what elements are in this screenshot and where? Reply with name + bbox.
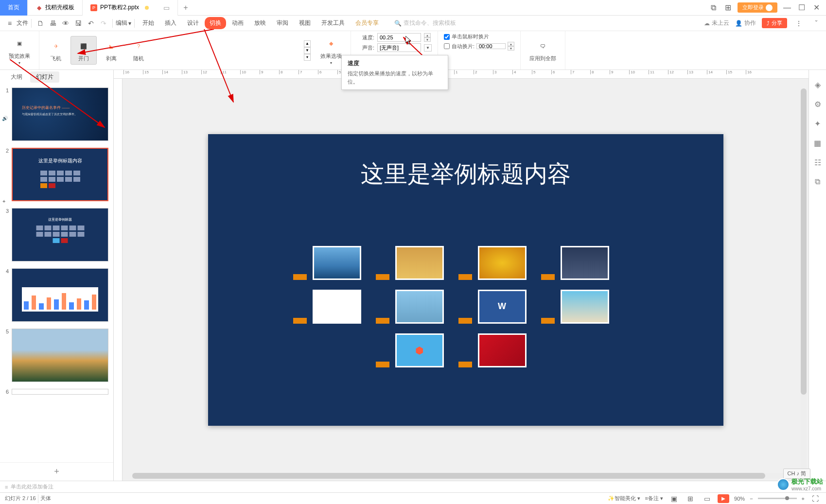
tab-template[interactable]: ◆ 找稻壳模板 [28, 0, 83, 16]
transition-plane[interactable]: ✈ 飞机 [43, 36, 69, 65]
tab-file[interactable]: P PPT教程2.pptx ▭ [83, 0, 178, 16]
collab-button[interactable]: 👤协作 [735, 19, 756, 27]
slide-title[interactable]: 这里是举例标题内容 [361, 158, 571, 190]
sidebar-tab-outline[interactable]: 大纲 [5, 71, 28, 83]
tab-transition[interactable]: 切换 [205, 17, 226, 29]
menu-icon[interactable]: ≡ [4, 17, 16, 29]
gallery-up-icon[interactable]: ▲ [304, 40, 311, 47]
slide-item[interactable] [473, 333, 541, 367]
design-panel-icon[interactable]: ◈ [813, 80, 823, 89]
window-close-icon[interactable]: ✕ [811, 3, 821, 13]
preview-button[interactable]: ▣ 预览效果▾ [4, 34, 35, 67]
tab-animation[interactable]: 动画 [227, 17, 248, 29]
fit-screen-icon[interactable]: ⛶ [809, 493, 821, 504]
speed-input[interactable] [377, 33, 421, 42]
slide-canvas[interactable]: 这里是举例标题内容 W ⬢ [123, 79, 808, 481]
thumbnails[interactable]: 1 🔊 历史记录中的著名事件 —— 与现实密切相关或改变了历史文明的事件。 2 … [0, 84, 113, 462]
save-icon[interactable]: 🖫 [72, 17, 84, 29]
slide-item[interactable] [308, 290, 376, 324]
redo-icon[interactable]: ↷ [98, 17, 109, 29]
tab-view[interactable]: 视图 [294, 17, 316, 29]
play-button[interactable]: ▶ [718, 494, 729, 503]
slide-item[interactable] [308, 246, 376, 280]
zoom-slider[interactable] [758, 498, 797, 499]
view-sorter-icon[interactable]: ⊞ [685, 493, 696, 504]
help-panel-icon[interactable]: ⧉ [813, 177, 823, 187]
slide-item[interactable] [390, 290, 458, 324]
new-icon[interactable]: 🗋 [35, 17, 46, 29]
add-tab-button[interactable]: + [178, 3, 193, 12]
slide-item[interactable] [473, 246, 541, 280]
tab-insert[interactable]: 插入 [160, 17, 181, 29]
apps-icon[interactable]: ⊞ [723, 3, 733, 13]
auto-advance-checkbox[interactable] [444, 43, 450, 49]
thumb-1[interactable]: 1 🔊 历史记录中的著名事件 —— 与现实密切相关或改变了历史文明的事件。 [0, 86, 113, 146]
preview-icon[interactable]: 👁 [60, 17, 71, 29]
speed-spinner: ▲ ▼ [424, 33, 431, 42]
slide-item[interactable]: W [473, 290, 541, 324]
speed-down-icon[interactable]: ▼ [424, 37, 431, 42]
tab-vip[interactable]: 会员专享 [351, 17, 384, 29]
undo-icon[interactable]: ↶ [85, 17, 97, 29]
more-icon[interactable]: ⋮ [793, 17, 805, 29]
search-box[interactable]: 🔍 查找命令、搜索模板 [394, 19, 456, 27]
template-panel-icon[interactable]: ▦ [813, 138, 823, 148]
window-minimize-icon[interactable]: — [782, 3, 792, 13]
auto-down-icon[interactable]: ▼ [508, 46, 514, 51]
slide-item[interactable]: ⬢ [390, 333, 458, 367]
slide[interactable]: 这里是举例标题内容 W ⬢ [208, 134, 723, 426]
notes-bar[interactable]: ≡ 单击此处添加备注 [0, 481, 826, 492]
click-advance-checkbox[interactable] [444, 34, 450, 40]
gallery-more-icon[interactable]: ▾ [304, 54, 311, 61]
thumb-2[interactable]: 2 ✦ 这里是举例标题内容 [0, 146, 113, 206]
transition-peel[interactable]: ◣ 剥离 [99, 36, 124, 65]
transition-door[interactable]: ⬛ 开门 [70, 36, 97, 65]
slide-item[interactable] [556, 246, 624, 280]
thumb-6[interactable]: 6 [0, 387, 113, 395]
print-icon[interactable]: 🖶 [47, 17, 59, 29]
zoom-level[interactable]: 90% [734, 496, 745, 502]
thumb-4[interactable]: 4 🔍 [0, 266, 113, 327]
beautify-button[interactable]: ✨智能美化 ▾ [608, 495, 640, 502]
gallery-down-icon[interactable]: ▼ [304, 47, 311, 54]
watermark-logo-icon [777, 478, 790, 491]
share-button[interactable]: ⤴分享 [762, 18, 787, 28]
cloud-button[interactable]: ☁未上云 [704, 19, 729, 27]
login-button[interactable]: 立即登录 [738, 2, 777, 13]
tab-home[interactable]: 首页 [0, 0, 28, 16]
file-menu[interactable]: 文件 [17, 19, 28, 27]
tab-dev[interactable]: 开发工具 [316, 17, 350, 29]
scrollbar-vertical[interactable] [801, 88, 807, 471]
thumb-3[interactable]: 3 这里是举例标题 [0, 206, 113, 266]
resource-panel-icon[interactable]: ☷ [813, 157, 823, 167]
sound-input[interactable] [377, 43, 421, 52]
apply-all-button[interactable]: 🗨 应用到全部 [525, 36, 561, 64]
slide-item[interactable] [556, 290, 624, 324]
tab-slideshow[interactable]: 放映 [249, 17, 271, 29]
sound-dropdown-icon[interactable]: ▼ [424, 44, 432, 52]
notes-button[interactable]: ≡备注 ▾ [645, 495, 663, 502]
speed-up-icon[interactable]: ▲ [424, 33, 431, 37]
sidebar-tab-slides[interactable]: 幻灯片 [30, 71, 59, 83]
thumb-5[interactable]: 5 [0, 327, 113, 387]
add-slide-button[interactable]: + [0, 462, 113, 481]
settings-panel-icon[interactable]: ⚙ [813, 99, 823, 109]
asset-panel-icon[interactable]: ✦ [813, 119, 823, 128]
scrollbar-horizontal[interactable] [132, 473, 799, 479]
zoom-out-icon[interactable]: − [750, 496, 753, 502]
view-normal-icon[interactable]: ▣ [668, 493, 680, 504]
tab-start[interactable]: 开始 [138, 17, 159, 29]
expand-icon[interactable]: ˇ [810, 17, 822, 29]
auto-up-icon[interactable]: ▲ [508, 42, 514, 46]
edit-dropdown[interactable]: 编辑 ▾ [116, 19, 131, 27]
view-reading-icon[interactable]: ▭ [701, 493, 713, 504]
layout-icon[interactable]: ⧉ [708, 3, 718, 13]
zoom-in-icon[interactable]: + [802, 496, 805, 502]
tab-design[interactable]: 设计 [182, 17, 204, 29]
tab-close-icon[interactable]: ▭ [163, 4, 170, 12]
window-maximize-icon[interactable]: ☐ [797, 3, 807, 13]
slide-item[interactable] [390, 246, 458, 280]
tab-review[interactable]: 审阅 [272, 17, 293, 29]
auto-advance-input[interactable] [476, 43, 506, 49]
transition-random[interactable]: ? 随机 [126, 36, 151, 65]
